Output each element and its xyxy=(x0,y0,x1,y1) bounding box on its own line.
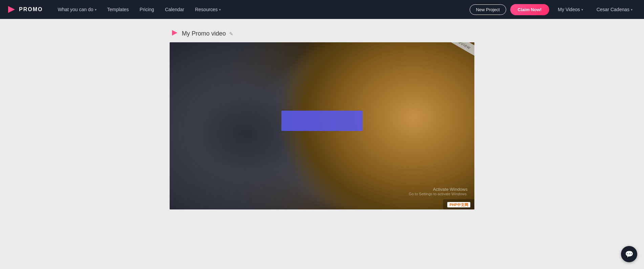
chevron-down-icon: ▾ xyxy=(631,8,632,12)
user-menu[interactable]: Cesar Cadenas ▾ xyxy=(592,4,637,15)
nav-item-calendar[interactable]: Calendar xyxy=(160,4,189,15)
chevron-down-icon: ▾ xyxy=(581,8,583,12)
logo[interactable]: PROMO xyxy=(7,5,43,14)
nav-item-resources[interactable]: Resources ▾ xyxy=(190,4,226,15)
nav-actions: New Project Claim Now! My Videos ▾ Cesar… xyxy=(470,4,637,15)
my-videos-nav[interactable]: My Videos ▾ xyxy=(553,4,588,15)
nav-item-templates[interactable]: Templates xyxy=(103,4,134,15)
nav-links: What you can do ▾ Templates Pricing Cale… xyxy=(53,4,469,15)
blue-overlay-rect xyxy=(281,111,363,131)
video-title: My Promo video xyxy=(182,30,226,37)
video-title-row: My Promo video ✎ xyxy=(170,29,474,38)
php-badge-bar: PHP中文网 xyxy=(443,199,474,209)
php-badge: PHP中文网 xyxy=(447,202,470,207)
nav-item-what-you-can-do[interactable]: What you can do ▾ xyxy=(53,4,101,15)
chat-bubble[interactable]: 💬 xyxy=(621,246,637,262)
claim-now-button[interactable]: Claim Now! xyxy=(510,4,549,15)
navbar: PROMO What you can do ▾ Templates Pricin… xyxy=(0,0,644,19)
logo-text: PROMO xyxy=(19,6,43,13)
edit-icon[interactable]: ✎ xyxy=(229,31,233,37)
chevron-down-icon: ▾ xyxy=(95,8,96,12)
svg-marker-0 xyxy=(8,6,15,13)
activate-windows-title: Activate Windows xyxy=(409,187,468,192)
chat-icon: 💬 xyxy=(625,250,634,258)
chevron-down-icon: ▾ xyxy=(219,8,221,12)
video-preview: review Activate Windows Go to Settings t… xyxy=(170,42,474,209)
nav-item-pricing[interactable]: Pricing xyxy=(135,4,159,15)
activate-windows-subtitle: Go to Settings to activate Windows. xyxy=(409,192,468,196)
logo-icon xyxy=(7,5,16,14)
activate-windows-notice: Activate Windows Go to Settings to activ… xyxy=(409,187,468,196)
svg-marker-1 xyxy=(172,30,177,36)
promo-icon xyxy=(171,29,178,38)
video-card: My Promo video ✎ review Activate Windows… xyxy=(170,29,474,209)
main-content: My Promo video ✎ review Activate Windows… xyxy=(0,19,644,269)
new-project-button[interactable]: New Project xyxy=(470,4,506,15)
